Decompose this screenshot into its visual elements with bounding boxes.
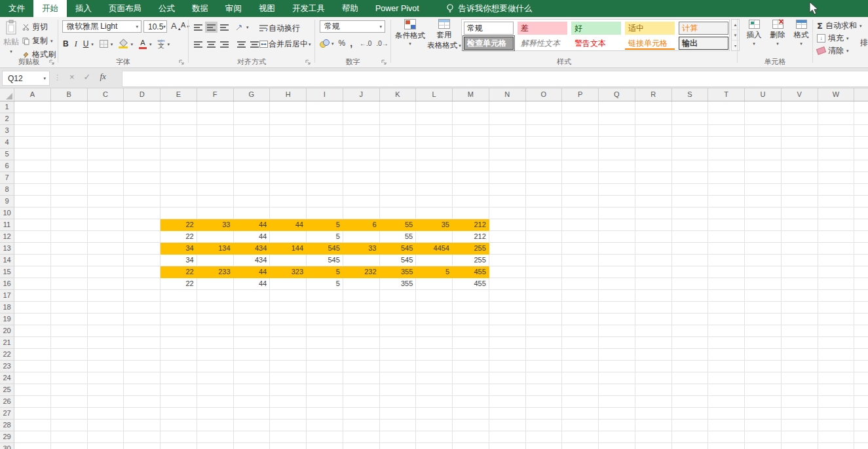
cell-G24[interactable] bbox=[234, 372, 271, 384]
cell-S25[interactable] bbox=[672, 384, 709, 396]
row-header-20[interactable]: 20 bbox=[0, 325, 14, 337]
cell-B23[interactable] bbox=[51, 361, 88, 372]
cell-D15[interactable] bbox=[124, 266, 160, 278]
fill-button[interactable]: ↓ 填充 ▾ bbox=[817, 33, 849, 44]
cell-X5[interactable] bbox=[854, 149, 868, 160]
cell-O17[interactable] bbox=[526, 290, 563, 302]
cell-O27[interactable] bbox=[526, 408, 563, 420]
cell-G1[interactable] bbox=[234, 101, 271, 113]
cell-C9[interactable] bbox=[88, 196, 124, 207]
cell-O21[interactable] bbox=[526, 337, 563, 349]
cell-L13[interactable]: 4454 bbox=[416, 243, 453, 255]
row-header-9[interactable]: 9 bbox=[0, 196, 14, 207]
cell-J6[interactable] bbox=[343, 160, 380, 172]
cell-O29[interactable] bbox=[526, 431, 563, 443]
cell-T20[interactable] bbox=[708, 325, 745, 337]
cell-W22[interactable] bbox=[818, 349, 855, 361]
cell-T26[interactable] bbox=[708, 396, 745, 408]
cell-M24[interactable] bbox=[453, 372, 489, 384]
cell-G13[interactable]: 434 bbox=[234, 243, 271, 255]
cell-I18[interactable] bbox=[307, 302, 343, 314]
cell-F14[interactable] bbox=[197, 255, 234, 266]
cell-X7[interactable] bbox=[854, 172, 868, 184]
cell-C10[interactable] bbox=[88, 207, 124, 219]
cell-K20[interactable] bbox=[380, 325, 417, 337]
cell-V30[interactable] bbox=[782, 443, 818, 449]
cell-N22[interactable] bbox=[489, 349, 526, 361]
cell-N13[interactable] bbox=[489, 243, 526, 255]
cell-K5[interactable] bbox=[380, 149, 417, 160]
cell-style-option-7[interactable]: 警告文本 bbox=[571, 37, 621, 50]
cell-D13[interactable] bbox=[124, 243, 160, 255]
cell-Q15[interactable] bbox=[599, 266, 635, 278]
cell-K16[interactable]: 355 bbox=[380, 278, 417, 290]
cell-U13[interactable] bbox=[745, 243, 782, 255]
cell-S14[interactable] bbox=[672, 255, 709, 266]
cell-B16[interactable] bbox=[51, 278, 88, 290]
cell-I1[interactable] bbox=[307, 101, 343, 113]
cell-R3[interactable] bbox=[635, 125, 672, 137]
cell-F6[interactable] bbox=[197, 160, 234, 172]
cell-N1[interactable] bbox=[489, 101, 526, 113]
cell-M1[interactable] bbox=[453, 101, 489, 113]
cell-W2[interactable] bbox=[818, 113, 855, 125]
cell-N26[interactable] bbox=[489, 396, 526, 408]
cell-G23[interactable] bbox=[234, 361, 271, 372]
cell-V25[interactable] bbox=[782, 384, 818, 396]
cell-J7[interactable] bbox=[343, 172, 380, 184]
cell-L4[interactable] bbox=[416, 137, 453, 149]
cell-M5[interactable] bbox=[453, 149, 489, 160]
cell-S16[interactable] bbox=[672, 278, 709, 290]
cell-V10[interactable] bbox=[782, 207, 818, 219]
cell-A18[interactable] bbox=[14, 302, 51, 314]
cell-U8[interactable] bbox=[745, 184, 782, 196]
cell-D25[interactable] bbox=[124, 384, 160, 396]
formula-input[interactable] bbox=[123, 71, 868, 86]
cell-J23[interactable] bbox=[343, 361, 380, 372]
cell-I30[interactable] bbox=[307, 443, 343, 449]
column-header-Q[interactable]: Q bbox=[599, 88, 635, 101]
cell-E6[interactable] bbox=[160, 160, 197, 172]
cell-V9[interactable] bbox=[782, 196, 818, 207]
cell-D4[interactable] bbox=[124, 137, 160, 149]
cell-X30[interactable] bbox=[854, 443, 868, 449]
cell-U9[interactable] bbox=[745, 196, 782, 207]
cell-style-option-6[interactable]: 解释性文本 bbox=[518, 37, 567, 50]
cell-I12[interactable]: 5 bbox=[307, 231, 343, 243]
cell-Q1[interactable] bbox=[599, 101, 635, 113]
cell-H10[interactable] bbox=[270, 207, 307, 219]
cell-A22[interactable] bbox=[14, 349, 51, 361]
cell-A12[interactable] bbox=[14, 231, 51, 243]
cell-R30[interactable] bbox=[635, 443, 672, 449]
cell-D17[interactable] bbox=[124, 290, 160, 302]
cell-C5[interactable] bbox=[88, 149, 124, 160]
cell-B14[interactable] bbox=[51, 255, 88, 266]
cell-T24[interactable] bbox=[708, 372, 745, 384]
cell-A4[interactable] bbox=[14, 137, 51, 149]
cell-W13[interactable] bbox=[818, 243, 855, 255]
cell-R23[interactable] bbox=[635, 361, 672, 372]
cell-H7[interactable] bbox=[270, 172, 307, 184]
cell-D3[interactable] bbox=[124, 125, 160, 137]
cell-J14[interactable] bbox=[343, 255, 380, 266]
cell-L28[interactable] bbox=[416, 420, 453, 431]
column-header-L[interactable]: L bbox=[416, 88, 453, 101]
cell-I4[interactable] bbox=[307, 137, 343, 149]
cell-V18[interactable] bbox=[782, 302, 818, 314]
cell-X27[interactable] bbox=[854, 408, 868, 420]
cell-A1[interactable] bbox=[14, 101, 51, 113]
cell-O3[interactable] bbox=[526, 125, 563, 137]
cell-V28[interactable] bbox=[782, 420, 818, 431]
cell-P28[interactable] bbox=[562, 420, 599, 431]
cell-B19[interactable] bbox=[51, 314, 88, 325]
cell-W20[interactable] bbox=[818, 325, 855, 337]
cell-R2[interactable] bbox=[635, 113, 672, 125]
cell-T6[interactable] bbox=[708, 160, 745, 172]
cell-S13[interactable] bbox=[672, 243, 709, 255]
enter-button[interactable]: ✓ bbox=[84, 72, 91, 82]
cell-E22[interactable] bbox=[160, 349, 197, 361]
cell-K25[interactable] bbox=[380, 384, 417, 396]
cell-Q17[interactable] bbox=[599, 290, 635, 302]
cell-N27[interactable] bbox=[489, 408, 526, 420]
cell-H22[interactable] bbox=[270, 349, 307, 361]
